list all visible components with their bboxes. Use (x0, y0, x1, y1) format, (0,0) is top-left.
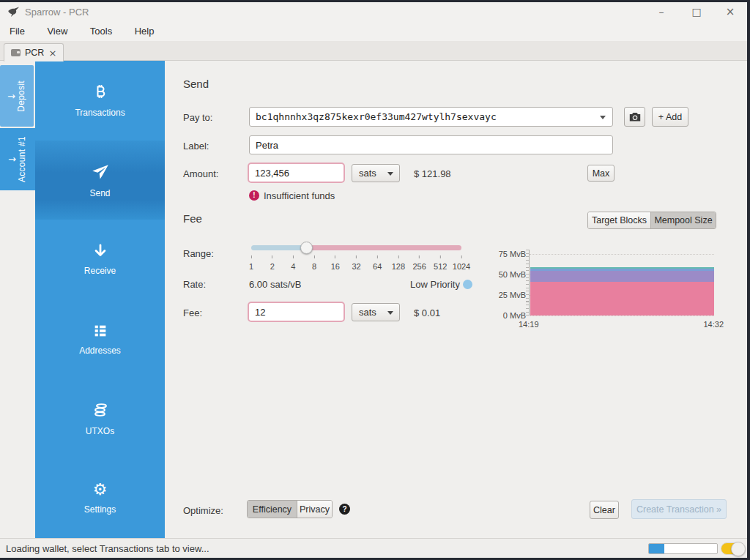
arrow-right-icon: → (8, 154, 16, 165)
sidebar: Transactions Send Receive (35, 61, 165, 538)
sidebar-item-send[interactable]: Send (35, 141, 165, 220)
loading-progress-bar (648, 543, 718, 554)
slider-track-low[interactable] (251, 245, 306, 250)
tab-close-icon[interactable]: × (48, 48, 56, 59)
send-icon (91, 163, 110, 182)
amount-fiat-value: $ 121.98 (414, 168, 451, 179)
chevron-down-icon (387, 172, 393, 176)
account-tab-deposit-label: Deposit (16, 81, 26, 112)
fee-input[interactable]: 12 (248, 302, 345, 322)
range-tick: 64 (373, 255, 382, 272)
maximize-button[interactable]: □ (681, 2, 712, 22)
window-body: Sparrow - PCR – □ × File View Tools Help… (0, 2, 747, 558)
gridline (530, 254, 714, 255)
tab-pcr[interactable]: PCR × (4, 43, 64, 61)
sidebar-item-settings[interactable]: ⚙ Settings (35, 458, 165, 538)
amount-input[interactable]: 123,456 (248, 163, 345, 183)
theme-toggle[interactable] (721, 542, 744, 555)
sidebar-item-label: Receive (84, 266, 116, 276)
sidebar-item-utxos[interactable]: UTXOs (35, 379, 165, 459)
max-button[interactable]: Max (587, 165, 615, 182)
privacy-button[interactable]: Privacy (297, 501, 332, 518)
bitcoin-icon (92, 83, 109, 101)
sidebar-item-transactions[interactable]: Transactions (35, 61, 165, 141)
range-tick: 32 (352, 255, 360, 272)
range-tick: 8 (312, 255, 316, 272)
optimize-label: Optimize: (183, 505, 223, 516)
menu-tools[interactable]: Tools (81, 22, 122, 41)
amount-unit-select[interactable]: sats (352, 164, 400, 182)
help-icon[interactable]: ? (339, 504, 350, 515)
arrow-down-icon (92, 243, 108, 259)
chart-x-label: 14:32 (703, 320, 724, 329)
sidebar-item-addresses[interactable]: Addresses (35, 299, 165, 379)
fee-mode-toggle: Target Blocks Mempool Size (587, 212, 716, 229)
account-tab-account1[interactable]: → Account #1 (0, 128, 35, 190)
target-blocks-button[interactable]: Target Blocks (588, 212, 650, 228)
progress-fill (649, 544, 664, 553)
camera-icon (629, 112, 641, 122)
create-transaction-button: Create Transaction » (631, 499, 727, 519)
wallet-tabbar: PCR × (0, 41, 747, 61)
menu-view[interactable]: View (37, 22, 77, 41)
mempool-size-button[interactable]: Mempool Size (650, 212, 716, 228)
sparrow-logo-icon (7, 6, 21, 18)
menu-help[interactable]: Help (125, 22, 164, 41)
pay-to-combobox[interactable]: bc1qhnnhx3qz875kexr0ef33um427wtylh7sexva… (249, 107, 613, 127)
close-button[interactable]: × (715, 2, 746, 22)
error-icon: ! (249, 190, 259, 201)
sidebar-item-label: Addresses (79, 346, 121, 356)
chevron-down-icon[interactable] (600, 116, 606, 119)
insufficient-funds-text: Insufficient funds (264, 190, 335, 201)
priority-label: Low Priority (410, 279, 460, 290)
sparrow-window: Sparrow - PCR – □ × File View Tools Help… (0, 0, 750, 560)
slider-thumb[interactable] (300, 242, 313, 254)
add-recipient-button[interactable]: + Add (652, 107, 688, 127)
clear-button[interactable]: Clear (590, 501, 619, 519)
chart-y-label: 0 MvB (503, 311, 526, 320)
efficiency-button[interactable]: Efficiency (248, 501, 297, 518)
range-tick: 1024 (453, 255, 470, 272)
pay-to-address: bc1qhnnhx3qz875kexr0ef33um427wtylh7sexva… (256, 111, 497, 122)
slider-track-high[interactable] (306, 245, 461, 250)
toggle-knob[interactable] (731, 542, 746, 556)
status-message: Loading wallet, select Transactions tab … (6, 543, 209, 554)
minimize-button[interactable]: – (646, 2, 677, 22)
optimize-toggle: Efficiency Privacy (247, 500, 333, 518)
rate-value: 6.00 sats/vB (249, 279, 302, 290)
account-tab-account1-label: Account #1 (17, 136, 27, 182)
chart-y-label: 25 MvB (499, 291, 526, 299)
coins-icon (92, 402, 109, 419)
range-tick: 16 (331, 255, 340, 272)
pay-to-label: Pay to: (183, 112, 212, 123)
window-title: Sparrow - PCR (25, 7, 89, 18)
label-label: Label: (183, 141, 209, 152)
status-bar: Loading wallet, select Transactions tab … (0, 538, 747, 558)
menu-file[interactable]: File (0, 22, 34, 41)
fee-unit-select[interactable]: sats (352, 303, 400, 321)
account-tab-deposit[interactable]: → Deposit (0, 65, 34, 127)
arrow-right-icon: → (7, 91, 15, 102)
chart-area-layer (530, 282, 714, 316)
scan-qr-button[interactable] (624, 107, 645, 127)
fee-fiat-value: $ 0.01 (414, 307, 440, 318)
fee-section-title: Fee (183, 212, 202, 225)
range-tick: 2 (270, 255, 275, 272)
range-tick: 256 (412, 255, 426, 272)
titlebar: Sparrow - PCR – □ × (0, 2, 747, 22)
fee-range-slider[interactable] (251, 242, 461, 255)
wallet-icon (11, 49, 21, 56)
chart-y-label: 75 MvB (499, 250, 526, 258)
menubar: File View Tools Help (0, 22, 747, 41)
range-tick: 512 (434, 255, 447, 272)
fee-label: Fee: (183, 307, 202, 318)
main-area: → Deposit → Account #1 Transactions Send (0, 61, 747, 538)
fee-unit-value: sats (359, 307, 376, 318)
tab-pcr-label: PCR (25, 48, 44, 58)
sidebar-item-label: Transactions (75, 108, 125, 118)
sidebar-item-receive[interactable]: Receive (35, 220, 165, 299)
label-input[interactable]: Petra (249, 135, 613, 154)
rate-label: Rate: (183, 279, 206, 290)
gear-icon: ⚙ (93, 482, 108, 498)
send-panel: Send Pay to: bc1qhnnhx3qz875kexr0ef33um4… (165, 61, 747, 538)
